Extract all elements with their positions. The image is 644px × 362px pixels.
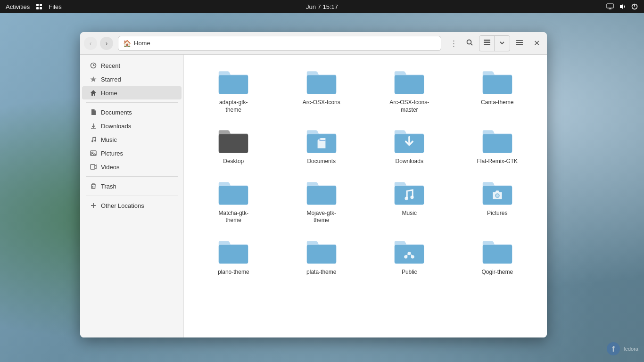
svg-rect-16 [516, 42, 523, 43]
file-item-pictures[interactable]: Pictures [455, 173, 540, 228]
sidebar-downloads-label: Downloads [101, 123, 131, 130]
sidebar-music-label: Music [101, 136, 117, 143]
sidebar-item-trash[interactable]: Trash [82, 180, 182, 193]
file-label-desktop: Desktop [223, 158, 244, 165]
sidebar-item-downloads[interactable]: Downloads [82, 119, 182, 132]
back-button[interactable]: ‹ [84, 37, 97, 50]
sidebar-item-other-locations[interactable]: Other Locations [82, 199, 182, 212]
file-item-mojave-gtk-theme[interactable]: Mojave-gtk-theme [280, 173, 364, 228]
search-icon [466, 39, 473, 48]
file-item-desktop[interactable]: Desktop [191, 121, 276, 169]
header-actions: ⋮ [446, 35, 543, 51]
svg-line-11 [471, 44, 473, 46]
location-bar: 🏠 Home [118, 36, 441, 51]
file-label-documents: Documents [307, 158, 336, 165]
volume-icon[interactable] [619, 3, 626, 10]
svg-point-46 [496, 194, 499, 197]
monitor-icon[interactable] [606, 3, 614, 10]
documents-sidebar-icon [90, 108, 97, 116]
sidebar-item-starred[interactable]: Starred [82, 73, 182, 86]
sidebar-item-music[interactable]: Music [82, 133, 182, 146]
list-view-button[interactable] [479, 36, 495, 51]
chevron-down-icon [499, 39, 505, 47]
activities-label[interactable]: Activities [6, 3, 30, 10]
svg-rect-0 [36, 4, 39, 6]
file-item-music[interactable]: Music [367, 173, 452, 228]
folder-icon-matcha-gtk-theme [216, 179, 250, 207]
file-item-qogir-theme[interactable]: Qogir-theme [455, 232, 540, 280]
folder-icon-adapta-gtk-theme [216, 68, 250, 96]
list-view-icon [483, 39, 491, 48]
svg-rect-41 [395, 186, 424, 205]
folder-icon-plata-theme [305, 238, 339, 266]
sidebar: Recent Starred Home [80, 55, 184, 337]
svg-rect-48 [307, 245, 336, 264]
menu-button[interactable]: ⋮ [446, 36, 461, 51]
file-item-public[interactable]: Public [367, 232, 452, 280]
folder-icon-qogir-theme [480, 238, 514, 266]
folder-icon-public [392, 238, 426, 266]
svg-rect-55 [483, 245, 512, 264]
folder-icon-music [392, 179, 426, 207]
svg-rect-26 [91, 165, 95, 169]
starred-icon [90, 75, 97, 83]
videos-sidebar-icon [90, 163, 97, 171]
svg-rect-34 [483, 75, 512, 94]
file-item-matcha-gtk-theme[interactable]: Matcha-gtk-theme [191, 173, 276, 228]
folder-icon-canta-theme [480, 68, 514, 96]
sidebar-trash-label: Trash [101, 183, 116, 190]
svg-rect-17 [516, 44, 523, 45]
svg-rect-33 [395, 75, 424, 94]
app-icon [35, 3, 43, 10]
file-item-documents[interactable]: Documents [280, 121, 364, 169]
file-item-arc-osx-icons-master[interactable]: Arc-OSX-Icons-master [367, 62, 452, 117]
fedora-watermark: f fedora [606, 341, 638, 356]
sidebar-home-label: Home [101, 90, 117, 97]
close-button[interactable]: ✕ [530, 37, 543, 50]
view-chevron-button[interactable] [495, 36, 510, 51]
folder-icon-documents [305, 127, 339, 155]
file-item-canta-theme[interactable]: Canta-theme [455, 62, 540, 117]
svg-point-42 [405, 197, 408, 200]
sidebar-item-documents[interactable]: Documents [82, 106, 182, 119]
sidebar-other-locations-label: Other Locations [101, 202, 144, 209]
svg-rect-12 [484, 40, 490, 41]
sidebar-item-videos[interactable]: Videos [82, 160, 182, 173]
folder-icon-flat-remix-gtk [480, 127, 514, 155]
sidebar-documents-label: Documents [101, 109, 132, 116]
file-item-flat-remix-gtk[interactable]: Flat-Remix-GTK [455, 121, 540, 169]
recent-icon [90, 62, 97, 69]
file-item-arc-osx-icons[interactable]: Arc-OSX-Icons [280, 62, 364, 117]
file-item-plano-theme[interactable]: plano-theme [191, 232, 276, 280]
options-button[interactable] [512, 36, 527, 51]
power-icon[interactable] [631, 3, 638, 10]
sidebar-item-home[interactable]: Home [82, 86, 182, 99]
sidebar-item-pictures[interactable]: Pictures [82, 147, 182, 160]
topbar: Activities Files Jun 7 15:17 [0, 0, 644, 13]
svg-point-10 [467, 40, 471, 44]
file-label-flat-remix-gtk: Flat-Remix-GTK [477, 158, 518, 165]
sidebar-starred-label: Starred [101, 76, 121, 83]
svg-rect-2 [36, 7, 39, 9]
file-item-adapta-gtk-theme[interactable]: adapta-gtk-theme [191, 62, 276, 117]
pictures-sidebar-icon [90, 149, 97, 157]
svg-rect-15 [516, 40, 523, 41]
file-label-downloads: Downloads [396, 158, 423, 165]
file-label-mojave-gtk-theme: Mojave-gtk-theme [300, 210, 343, 224]
svg-rect-39 [219, 186, 248, 205]
forward-button[interactable]: › [100, 37, 113, 50]
search-button[interactable] [462, 36, 477, 51]
file-item-plata-theme[interactable]: plata-theme [280, 232, 364, 280]
svg-rect-40 [307, 186, 336, 205]
svg-point-43 [411, 196, 414, 199]
sidebar-divider-1 [86, 102, 178, 103]
svg-rect-35 [219, 134, 248, 153]
svg-point-23 [94, 140, 96, 142]
sidebar-item-recent[interactable]: Recent [82, 59, 182, 72]
svg-rect-24 [91, 151, 96, 156]
sidebar-pictures-label: Pictures [101, 150, 123, 157]
svg-marker-19 [91, 76, 97, 82]
svg-text:f: f [612, 345, 615, 353]
file-item-downloads[interactable]: Downloads [367, 121, 452, 169]
home-location-icon: 🏠 [123, 40, 131, 47]
